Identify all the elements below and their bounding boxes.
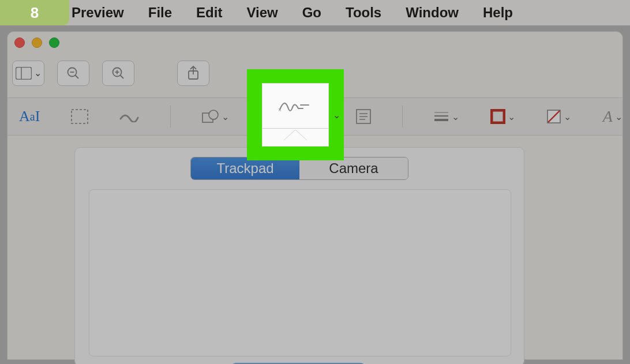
signature-tool-button[interactable]: × [262,83,329,147]
chevron-down-icon: ⌄ [508,111,515,122]
signature-icon: × [275,95,316,118]
selection-rect-icon [71,109,88,124]
sketch-tool-button[interactable] [119,104,139,129]
svg-rect-21 [492,110,504,123]
chevron-down-icon: ⌄ [34,67,42,78]
sketch-icon [119,111,139,122]
fill-color-button[interactable]: ⌄ [546,104,571,129]
menubar: Preview File Edit View Go Tools Window H… [0,0,630,25]
minimize-window-button[interactable] [32,37,42,48]
menu-file[interactable]: File [148,5,172,21]
traffic-lights [14,37,59,48]
note-icon [356,109,371,124]
sidebar-toggle-button[interactable]: ⌄ [12,61,44,86]
zoom-in-icon [111,66,125,80]
sidebar-icon [16,67,32,80]
zoom-out-button[interactable] [57,61,89,86]
menu-help[interactable]: Help [483,5,513,21]
svg-line-6 [121,75,124,78]
tab-camera[interactable]: Camera [299,157,408,179]
zoom-in-button[interactable] [102,61,134,86]
signature-source-tabs: Trackpad Camera [190,157,408,180]
text-style-button[interactable]: AaI [19,104,40,129]
popover-arrow-icon [284,129,307,140]
menu-preview[interactable]: Preview [72,5,124,21]
chevron-down-icon: ⌄ [452,111,459,122]
selection-tool-button[interactable] [71,104,88,129]
toolbar-divider [170,106,171,127]
svg-line-3 [76,75,79,78]
font-style-button[interactable]: A ⌄ [602,104,622,129]
signature-popover: Trackpad Camera Click Here to Begin [74,147,524,364]
shapes-tool-button[interactable]: ⌄ [202,104,229,129]
shapes-icon [202,110,219,123]
border-color-button[interactable]: ⌄ [490,104,515,129]
share-button[interactable] [177,61,209,86]
zoom-out-icon [66,66,80,80]
chevron-down-icon: ⌄ [615,111,622,122]
zoom-window-button[interactable] [49,37,59,48]
border-color-icon [490,109,505,124]
signature-canvas[interactable]: Click Here to Begin [89,189,511,357]
svg-rect-11 [72,110,88,123]
signature-tool-highlight: × ⌄ [247,69,344,160]
menu-tools[interactable]: Tools [346,5,381,21]
menu-edit[interactable]: Edit [196,5,222,21]
menu-go[interactable]: Go [302,5,321,21]
chevron-down-icon: ⌄ [222,111,229,122]
menu-view[interactable]: View [246,5,278,21]
chevron-down-icon: ⌄ [333,110,340,121]
line-width-icon [433,111,449,122]
svg-point-13 [209,110,218,119]
close-window-button[interactable] [14,37,25,48]
share-icon [187,66,200,81]
font-style-icon: A [603,107,613,126]
chevron-down-icon: ⌄ [564,111,571,122]
svg-rect-0 [16,67,31,79]
svg-rect-22 [494,113,501,120]
menu-window[interactable]: Window [406,5,459,21]
note-tool-button[interactable] [356,104,371,129]
svg-text:×: × [278,107,282,113]
toolbar-divider [402,106,403,127]
fill-color-icon [546,109,561,124]
step-badge: 8 [0,0,69,25]
tab-trackpad[interactable]: Trackpad [191,157,299,179]
line-width-button[interactable]: ⌄ [433,104,459,129]
